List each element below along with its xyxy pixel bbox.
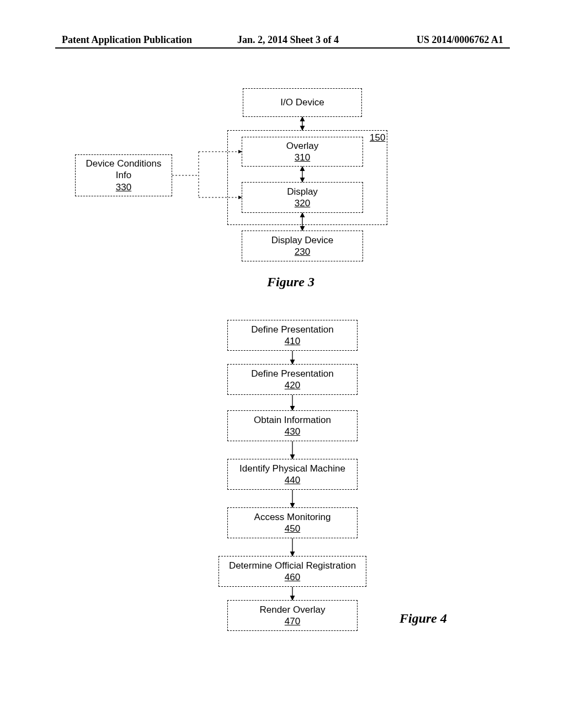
step-440-title: Identify Physical Machine: [239, 463, 345, 474]
display-device-title: Display Device: [271, 234, 333, 246]
step-460-num: 460: [285, 571, 300, 583]
step-450-title: Access Monitoring: [254, 511, 331, 523]
step-420-num: 420: [285, 379, 300, 391]
figure-3-caption: Figure 3: [267, 275, 315, 290]
box-step-470: Render Overlay 470: [227, 600, 358, 631]
header-right: US 2014/0006762 A1: [417, 34, 503, 46]
step-430-num: 430: [285, 426, 300, 437]
step-460-title: Determine Official Registration: [229, 560, 356, 571]
box-display: Display 320: [242, 182, 363, 213]
display-num: 320: [295, 197, 310, 209]
box-io-device: I/O Device: [243, 88, 362, 117]
step-450-num: 450: [285, 523, 300, 534]
step-470-num: 470: [285, 615, 300, 627]
figure-4-caption: Figure 4: [399, 611, 447, 626]
overlay-title: Overlay: [286, 140, 319, 152]
box-step-410: Define Presentation 410: [227, 320, 358, 351]
header-center: Jan. 2, 2014 Sheet 3 of 4: [237, 34, 339, 46]
box-step-420: Define Presentation 420: [227, 364, 358, 395]
step-440-num: 440: [285, 474, 300, 486]
box-step-460: Determine Official Registration 460: [218, 556, 366, 587]
dci-num: 330: [116, 181, 131, 193]
box-step-450: Access Monitoring 450: [227, 507, 358, 538]
io-device-title: I/O Device: [280, 97, 324, 108]
display-title: Display: [287, 186, 318, 197]
header-left: Patent Application Publication: [62, 34, 192, 46]
step-470-title: Render Overlay: [259, 604, 325, 615]
dci-title1: Device Conditions: [86, 158, 161, 169]
container-150-ref: 150: [370, 132, 385, 143]
step-410-title: Define Presentation: [251, 324, 333, 335]
step-420-title: Define Presentation: [251, 368, 333, 379]
box-display-device: Display Device 230: [242, 231, 363, 261]
overlay-num: 310: [295, 152, 310, 163]
header-rule: [55, 47, 510, 49]
box-device-conditions-info: Device Conditions Info 330: [75, 154, 172, 196]
step-430-title: Obtain Information: [254, 414, 331, 426]
box-step-440: Identify Physical Machine 440: [227, 459, 358, 490]
box-overlay: Overlay 310: [242, 137, 363, 167]
display-device-num: 230: [295, 246, 310, 258]
dci-title2: Info: [116, 169, 131, 181]
step-410-num: 410: [285, 335, 300, 347]
box-step-430: Obtain Information 430: [227, 410, 358, 441]
